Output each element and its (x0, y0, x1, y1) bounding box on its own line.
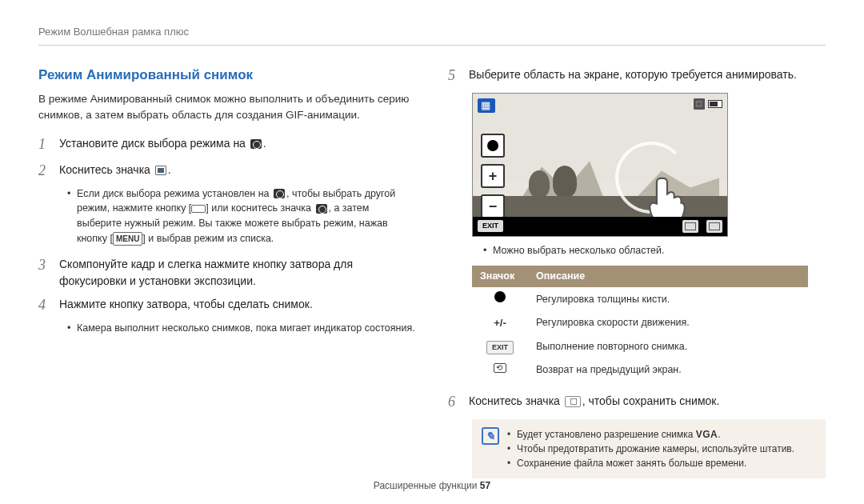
step-5-notes: Можно выбрать несколько областей. (483, 243, 826, 258)
page-header: Режим Волшебная рамка плюс (38, 24, 826, 46)
step-number: 5 (448, 65, 461, 86)
step-6: 6 Коснитесь значка , чтобы сохранить сни… (448, 391, 826, 413)
step-4-notes: Камера выполнит несколько снимков, пока … (67, 321, 416, 336)
plus-minus-icon: +/- (494, 315, 506, 331)
retake-desc: Выполнение повторного снимка. (528, 335, 808, 359)
step-5: 5 Выберите область на экране, которую тр… (448, 65, 826, 86)
mode-icon (155, 166, 166, 175)
exit-button[interactable]: EXIT (478, 220, 503, 233)
brush-dot-button[interactable] (481, 134, 505, 158)
step-4-text: Нажмите кнопку затвора, чтобы сделать сн… (59, 294, 416, 316)
note-item: Сохранение файла может занять больше вре… (507, 456, 794, 470)
save-icon (565, 396, 581, 407)
table-row: EXIT Выполнение повторного снимка. (472, 335, 808, 359)
table-row: +/- Регулировка скорости движения. (472, 311, 808, 335)
back-desc: Возврат на предыдущий экран. (528, 358, 808, 382)
note-item: Будет установлено разрешение снимка VGA. (507, 427, 794, 442)
nav-button-icon (191, 205, 206, 213)
speed-desc: Регулировка скорости движения. (528, 311, 808, 335)
menu-button-icon: MENU (113, 232, 142, 246)
page-number: 57 (480, 480, 490, 491)
step-1-text: Установите диск выбора режима на . (59, 134, 416, 155)
mode-icon (316, 204, 327, 214)
plus-button[interactable]: + (481, 164, 505, 188)
note-box: ✎ Будет установлено разрешение снимка VG… (472, 419, 826, 478)
step-number: 1 (38, 134, 51, 155)
table-row: Возврат на предыдущий экран. (472, 358, 808, 382)
step-2: 2 Коснитесь значка . (38, 160, 416, 182)
step-2-note: Если диск выбора режима установлен на , … (67, 186, 416, 246)
mode-dial-icon (274, 189, 285, 198)
step-6-text: Коснитесь значка , чтобы сохранить снимо… (469, 391, 826, 413)
right-column: 5 Выберите область на экране, которую тр… (448, 65, 826, 478)
step-5-note: Можно выбрать несколько областей. (483, 243, 826, 258)
note-icon: ✎ (482, 427, 499, 445)
step-4: 4 Нажмите кнопку затвора, чтобы сделать … (38, 294, 416, 316)
step-number: 6 (448, 391, 461, 413)
step-2-text: Коснитесь значка . (59, 160, 416, 182)
step-number: 3 (38, 254, 51, 290)
minus-button[interactable]: − (481, 194, 505, 218)
save-button[interactable] (706, 220, 722, 233)
back-button[interactable] (682, 220, 698, 233)
brush-desc: Регулировка толщины кисти. (528, 287, 808, 311)
step-3: 3 Скомпонуйте кадр и слегка нажмите кноп… (38, 254, 416, 290)
camera-screenshot: ⬚ + − EXIT (472, 93, 728, 237)
section-title: Режим Анимированный снимок (38, 65, 416, 86)
mode-dial-icon (250, 139, 262, 149)
brush-dot-icon (494, 291, 506, 302)
step-2-notes: Если диск выбора режима установлен на , … (67, 186, 416, 246)
back-icon (494, 363, 506, 373)
note-item: Чтобы предотвратить дрожание камеры, исп… (507, 442, 794, 456)
left-column: Режим Анимированный снимок В режиме Аним… (38, 65, 416, 478)
battery-icon (708, 100, 722, 108)
page-footer: Расширенные функции 57 (0, 478, 864, 493)
step-4-note: Камера выполнит несколько снимков, пока … (67, 321, 416, 336)
step-1: 1 Установите диск выбора режима на . (38, 134, 416, 155)
frame-mode-icon (478, 98, 495, 113)
icon-legend-table: Значок Описание Регулировка толщины кист… (472, 266, 808, 382)
intro-text: В режиме Анимированный снимок можно выпо… (38, 91, 416, 124)
step-5-text: Выберите область на экране, которую треб… (469, 65, 826, 86)
vga-label: VGA (696, 429, 718, 440)
table-row: Регулировка толщины кисти. (472, 287, 808, 311)
exit-icon: EXIT (486, 341, 514, 355)
step-number: 2 (38, 160, 51, 182)
table-header-desc: Описание (528, 266, 808, 287)
table-header-icon: Значок (472, 266, 528, 287)
status-chip-icon: ⬚ (694, 98, 705, 110)
step-number: 4 (38, 294, 51, 316)
step-3-text: Скомпонуйте кадр и слегка нажмите кнопку… (59, 254, 416, 290)
